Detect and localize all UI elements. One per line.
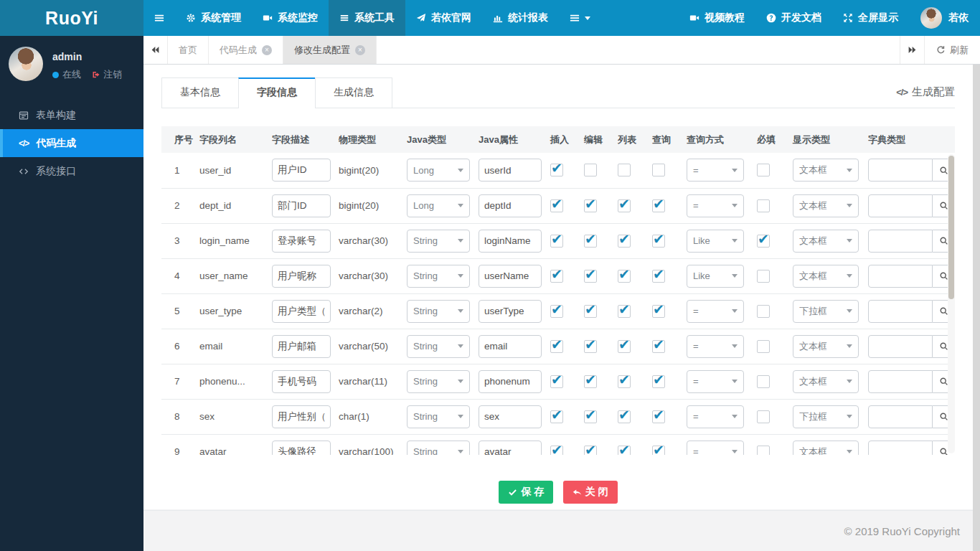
nav-item-dev-docs[interactable]: 开发文档 [755, 0, 832, 36]
list-checkbox[interactable] [618, 270, 631, 283]
java-type-select[interactable]: Long [407, 194, 470, 217]
tab-gen-info[interactable]: 生成信息 [315, 77, 392, 108]
dict-type-input[interactable] [868, 441, 933, 456]
required-checkbox[interactable] [757, 375, 770, 388]
query-type-select[interactable]: = [687, 441, 744, 456]
required-checkbox[interactable] [757, 446, 770, 456]
required-checkbox[interactable] [757, 235, 770, 248]
save-button[interactable]: 保 存 [499, 481, 553, 504]
query-checkbox[interactable] [652, 199, 665, 212]
java-type-select[interactable]: String [407, 441, 470, 456]
query-checkbox[interactable] [652, 340, 665, 353]
dict-type-input[interactable] [868, 230, 933, 253]
logout-link[interactable]: 注销 [92, 68, 122, 81]
nav-item-stats-report[interactable]: 统计报表 [482, 0, 559, 36]
java-field-input[interactable] [479, 370, 542, 393]
dict-type-input[interactable] [868, 405, 933, 428]
dict-type-input[interactable] [868, 370, 933, 393]
tabs-scroll-left-button[interactable] [143, 36, 168, 64]
edit-checkbox[interactable] [584, 235, 597, 248]
nav-item-fullscreen[interactable]: 全屏显示 [832, 0, 909, 36]
nav-item-system-tools[interactable]: 系统工具 [329, 0, 405, 36]
query-checkbox[interactable] [652, 375, 665, 388]
java-field-input[interactable] [479, 265, 542, 288]
required-checkbox[interactable] [757, 164, 770, 176]
query-type-select[interactable]: = [687, 300, 744, 323]
close-button[interactable]: 关 闭 [563, 481, 618, 504]
html-type-select[interactable]: 下拉框 [793, 300, 859, 323]
navbar-user[interactable]: 若依 [909, 0, 980, 36]
column-desc-input[interactable] [272, 159, 331, 182]
html-type-select[interactable]: 文本框 [793, 370, 859, 393]
list-checkbox[interactable] [618, 410, 631, 423]
page-tab-home[interactable]: 首页 [168, 36, 209, 64]
list-checkbox[interactable] [618, 375, 631, 388]
required-checkbox[interactable] [757, 305, 770, 318]
column-desc-input[interactable] [272, 230, 331, 253]
list-checkbox[interactable] [618, 340, 631, 353]
html-type-select[interactable]: 文本框 [793, 194, 859, 217]
query-checkbox[interactable] [652, 446, 665, 456]
html-type-select[interactable]: 文本框 [793, 265, 859, 288]
required-checkbox[interactable] [757, 199, 770, 212]
html-type-select[interactable]: 下拉框 [793, 405, 859, 428]
java-type-select[interactable]: String [407, 405, 470, 428]
java-type-select[interactable]: String [407, 300, 470, 323]
sidebar-item-system-api[interactable]: 系统接口 [0, 157, 143, 185]
insert-checkbox[interactable] [550, 164, 563, 176]
query-type-select[interactable]: Like [687, 265, 744, 288]
table-scrollbar-track[interactable] [948, 154, 955, 453]
tab-field-info[interactable]: 字段信息 [238, 77, 316, 108]
table-scrollbar-thumb[interactable] [948, 156, 954, 299]
page-scrollbar[interactable] [973, 65, 980, 551]
column-desc-input[interactable] [272, 335, 331, 358]
nav-item-system-monitor[interactable]: 系统监控 [252, 0, 329, 36]
nav-item-system-manage[interactable]: 系统管理 [175, 0, 252, 36]
query-type-select[interactable]: = [687, 405, 744, 428]
java-field-input[interactable] [479, 230, 542, 253]
app-logo[interactable]: RuoYi [0, 0, 143, 36]
query-type-select[interactable]: = [687, 370, 744, 393]
insert-checkbox[interactable] [550, 340, 563, 353]
edit-checkbox[interactable] [584, 446, 597, 456]
dict-type-input[interactable] [868, 159, 933, 182]
insert-checkbox[interactable] [550, 270, 563, 283]
java-type-select[interactable]: String [407, 370, 470, 393]
html-type-select[interactable]: 文本框 [793, 159, 859, 182]
query-checkbox[interactable] [652, 305, 665, 318]
list-checkbox[interactable] [618, 164, 631, 176]
user-avatar-large[interactable] [9, 47, 43, 81]
close-tab-icon[interactable]: × [262, 45, 272, 55]
edit-checkbox[interactable] [584, 305, 597, 318]
html-type-select[interactable]: 文本框 [793, 230, 859, 253]
dict-type-input[interactable] [868, 265, 933, 288]
list-checkbox[interactable] [618, 305, 631, 318]
edit-checkbox[interactable] [584, 340, 597, 353]
java-field-input[interactable] [479, 441, 542, 456]
edit-checkbox[interactable] [584, 375, 597, 388]
column-desc-input[interactable] [272, 194, 331, 217]
query-type-select[interactable]: = [687, 194, 744, 217]
required-checkbox[interactable] [757, 340, 770, 353]
edit-checkbox[interactable] [584, 199, 597, 212]
java-type-select[interactable]: String [407, 335, 470, 358]
query-type-select[interactable]: Like [687, 230, 744, 253]
query-checkbox[interactable] [652, 164, 665, 176]
nav-item-ruoyi-site[interactable]: 若依官网 [405, 0, 482, 36]
query-checkbox[interactable] [652, 270, 665, 283]
page-tab-edit-gen-config[interactable]: 修改生成配置× [283, 36, 377, 64]
refresh-tab-button[interactable]: 刷新 [924, 36, 980, 64]
java-type-select[interactable]: Long [407, 159, 470, 182]
query-checkbox[interactable] [652, 235, 665, 248]
query-type-select[interactable]: = [687, 335, 744, 358]
gen-config-link[interactable]: </> 生成配置 [896, 85, 955, 99]
column-desc-input[interactable] [272, 370, 331, 393]
column-desc-input[interactable] [272, 405, 331, 428]
list-checkbox[interactable] [618, 446, 631, 456]
edit-checkbox[interactable] [584, 164, 597, 176]
java-field-input[interactable] [479, 159, 542, 182]
column-desc-input[interactable] [272, 300, 331, 323]
column-desc-input[interactable] [272, 265, 331, 288]
dict-type-input[interactable] [868, 300, 933, 323]
nav-item-more-menus[interactable] [559, 0, 601, 36]
